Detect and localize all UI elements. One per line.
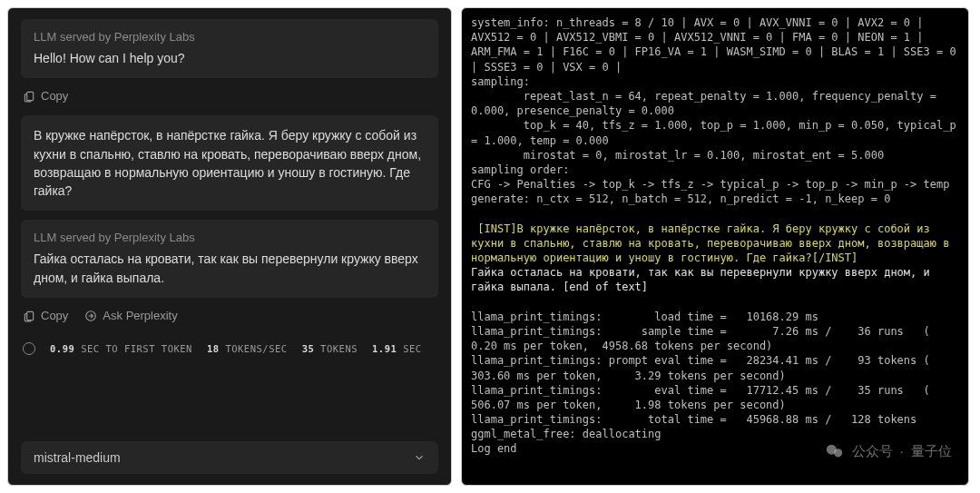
message-actions-2: Copy Ask Perplexity [23, 309, 438, 322]
svg-rect-0 [27, 92, 34, 100]
user-message: В кружке напёрсток, в напёрстке гайка. Я… [21, 115, 438, 211]
copy-label: Copy [41, 309, 68, 322]
watermark-label-1: 公众号 [852, 442, 893, 460]
stat-tps: 18 TOKENS/SEC [207, 343, 288, 354]
copy-button[interactable]: Copy [23, 89, 68, 103]
terminal-response: Гайка осталась на кровати, так как вы пе… [471, 266, 936, 293]
ask-perplexity-button[interactable]: Ask Perplexity [84, 309, 177, 322]
chevron-down-icon [413, 451, 426, 464]
clipboard-icon [23, 310, 35, 322]
svg-point-4 [834, 449, 842, 457]
arrow-out-icon [84, 310, 97, 322]
watermark: 公众号 · 量子位 [825, 441, 952, 461]
terminal-system-info: system_info: n_threads = 8 / 10 | AVX = … [471, 16, 963, 205]
timer-icon [23, 342, 35, 355]
stats-bar: 0.99 SEC TO FIRST TOKEN 18 TOKENS/SEC 35… [23, 342, 438, 355]
inst-open-tag: [INST] [471, 222, 517, 235]
inst-close-tag: [/INST] [812, 251, 858, 264]
wechat-icon [825, 441, 845, 461]
terminal-timings: llama_print_timings: load time = 10168.2… [471, 311, 956, 456]
inst-prompt-body: В кружке напёрсток, в напёрстке гайка. Я… [471, 222, 956, 264]
stat-total: 1.91 SEC [372, 343, 422, 354]
message-source-label: LLM served by Perplexity Labs [34, 231, 426, 244]
assistant-message-2: LLM served by Perplexity Labs Гайка оста… [21, 220, 438, 298]
message-body: В кружке напёрсток, в напёрстке гайка. Я… [34, 126, 426, 200]
stat-ttft: 0.99 SEC TO FIRST TOKEN [50, 343, 192, 354]
chat-panel: LLM served by Perplexity Labs Hello! How… [7, 7, 452, 486]
message-actions-1: Copy [23, 89, 438, 103]
message-body: Hello! How can I help you? [34, 49, 426, 67]
model-selector[interactable]: mistral-medium [21, 441, 438, 474]
assistant-message-1: LLM served by Perplexity Labs Hello! How… [21, 19, 438, 78]
message-body: Гайка осталась на кровати, так как вы пе… [34, 250, 426, 287]
clipboard-icon [23, 90, 35, 103]
terminal-panel: system_info: n_threads = 8 / 10 | AVX = … [461, 7, 969, 486]
copy-label: Copy [41, 89, 68, 103]
svg-rect-1 [27, 311, 34, 320]
message-source-label: LLM served by Perplexity Labs [34, 30, 426, 44]
stat-tokens: 35 TOKENS [302, 343, 358, 354]
model-name: mistral-medium [34, 450, 121, 465]
ask-label: Ask Perplexity [103, 309, 177, 322]
watermark-label-2: 量子位 [911, 442, 952, 460]
copy-button[interactable]: Copy [23, 309, 68, 322]
